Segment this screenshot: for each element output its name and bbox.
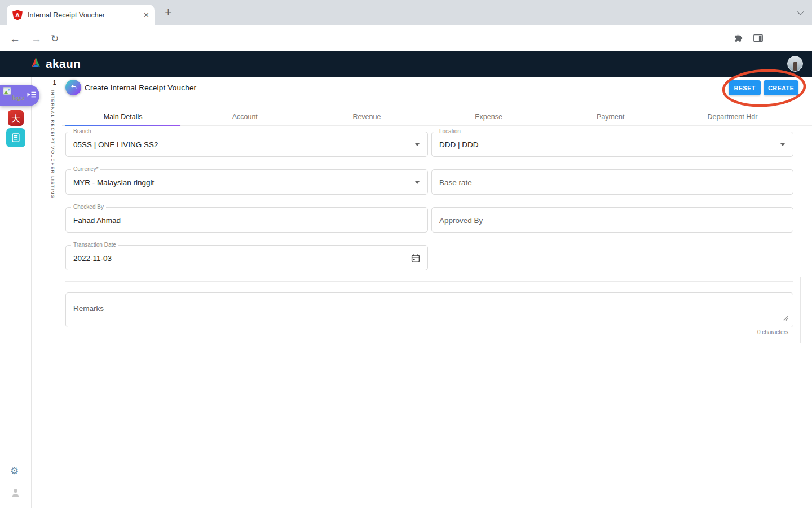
branch-value: 05SS | ONE LIVING SS2 bbox=[73, 140, 158, 148]
angular-favicon-icon: A bbox=[12, 10, 23, 20]
location-value: DDD | DDD bbox=[439, 140, 479, 148]
user-avatar[interactable] bbox=[787, 56, 803, 72]
branch-label: Branch bbox=[71, 128, 94, 134]
section-tabs: Main Details Account Revenue Expense Pay… bbox=[62, 107, 793, 126]
tab-expense[interactable]: Expense bbox=[428, 107, 550, 126]
tab-revenue[interactable]: Revenue bbox=[306, 107, 427, 126]
tab-main-details[interactable]: Main Details bbox=[62, 107, 184, 126]
browser-toolbar: ← → ↻ akaun.cloud/#/applet/tnt/wavelet/e… bbox=[0, 25, 812, 51]
location-label: Location bbox=[437, 128, 463, 134]
panel-edge-line bbox=[800, 277, 801, 343]
reply-arrow-icon bbox=[69, 82, 78, 93]
back-button[interactable] bbox=[65, 80, 81, 95]
browser-forward-icon: → bbox=[31, 33, 42, 43]
currency-value: MYR - Malaysian ringgit bbox=[73, 178, 154, 186]
tab-close-icon[interactable]: × bbox=[144, 11, 149, 20]
dropdown-caret-icon bbox=[415, 181, 420, 184]
sidebar: 大 ⚙ bbox=[0, 77, 32, 508]
browser-tab[interactable]: A Internal Receipt Voucher × bbox=[7, 5, 155, 25]
page-title: Create Internal Receipt Voucher bbox=[85, 84, 196, 92]
tab-department-hdr[interactable]: Department Hdr bbox=[672, 107, 793, 126]
dropdown-caret-icon bbox=[780, 143, 785, 146]
app-navbar: akaun bbox=[0, 51, 812, 77]
resize-handle-icon[interactable] bbox=[783, 313, 789, 323]
sidebar-applet-listing-icon[interactable] bbox=[6, 128, 25, 147]
transaction-date-value: 2022-11-03 bbox=[73, 253, 112, 262]
account-person-icon[interactable] bbox=[11, 488, 20, 500]
calendar-icon[interactable] bbox=[411, 253, 420, 265]
tab-title: Internal Receipt Voucher bbox=[28, 11, 140, 19]
browser-back-icon[interactable]: ← bbox=[10, 33, 20, 43]
character-counter: 0 characters bbox=[757, 329, 788, 335]
base-rate-placeholder: Base rate bbox=[439, 178, 472, 186]
new-tab-button[interactable]: + bbox=[165, 5, 172, 20]
brand-name: akaun bbox=[46, 57, 81, 71]
brand-logo[interactable]: akaun bbox=[29, 56, 81, 71]
reset-button[interactable]: RESET bbox=[729, 80, 761, 95]
remarks-textarea[interactable]: Remarks bbox=[65, 292, 793, 327]
applet-vertical-tab[interactable]: 1 INTERNAL RECEIPT VOUCHER LISTING bbox=[50, 77, 59, 343]
browser-tab-strip: A Internal Receipt Voucher × + bbox=[0, 0, 812, 25]
logo-alt-text: logo bbox=[12, 94, 24, 101]
approved-by-placeholder: Approved By bbox=[439, 216, 483, 224]
broken-image-icon bbox=[3, 87, 11, 97]
approved-by-field[interactable]: Approved By bbox=[431, 207, 793, 233]
extensions-puzzle-icon[interactable] bbox=[732, 33, 743, 46]
screen: A Internal Receipt Voucher × + ← → ↻ aka… bbox=[0, 0, 812, 508]
sidebar-app-red-icon[interactable]: 大 bbox=[8, 110, 24, 126]
applet-tab-label: INTERNAL RECEIPT VOUCHER LISTING bbox=[50, 90, 55, 199]
form-divider bbox=[65, 281, 793, 282]
location-select[interactable]: Location DDD | DDD bbox=[431, 132, 793, 157]
settings-gear-icon[interactable]: ⚙ bbox=[10, 465, 19, 477]
tab-account[interactable]: Account bbox=[184, 107, 306, 126]
tab-overflow-chevron-icon[interactable] bbox=[797, 8, 804, 15]
currency-label: Currency* bbox=[71, 166, 100, 172]
checked-by-value: Fahad Ahmad bbox=[73, 216, 121, 224]
create-button[interactable]: CREATE bbox=[764, 80, 798, 95]
branch-select[interactable]: Branch 05SS | ONE LIVING SS2 bbox=[65, 132, 428, 157]
sidebar-collapse-icon[interactable] bbox=[27, 90, 37, 101]
transaction-date-label: Transaction Date bbox=[71, 242, 118, 248]
browser-reload-icon[interactable]: ↻ bbox=[51, 33, 59, 43]
base-rate-field[interactable]: Base rate bbox=[431, 169, 793, 195]
tab-payment[interactable]: Payment bbox=[550, 107, 672, 126]
currency-select[interactable]: Currency* MYR - Malaysian ringgit bbox=[65, 169, 428, 195]
remarks-placeholder: Remarks bbox=[73, 304, 104, 313]
applet-logo-pill[interactable]: logo bbox=[0, 85, 39, 106]
side-panel-icon[interactable] bbox=[753, 33, 764, 46]
brand-triangle-icon bbox=[29, 56, 42, 71]
applet-tab-index: 1 bbox=[50, 80, 59, 86]
checked-by-label: Checked By bbox=[71, 204, 106, 210]
transaction-date-field[interactable]: Transaction Date 2022-11-03 bbox=[65, 245, 428, 270]
checked-by-field[interactable]: Checked By Fahad Ahmad bbox=[65, 207, 428, 233]
dropdown-caret-icon bbox=[415, 143, 420, 146]
